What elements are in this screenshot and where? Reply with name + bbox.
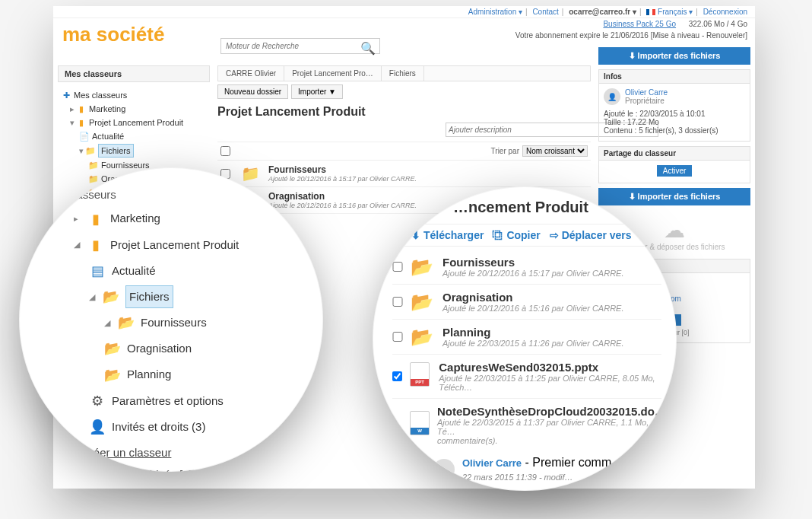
- infos-header: Infos: [598, 69, 750, 84]
- logo: ma société: [62, 23, 164, 46]
- search: 🔍: [220, 38, 380, 54]
- plus-icon: +: [40, 468, 53, 472]
- row-checkbox[interactable]: [392, 332, 403, 342]
- zoom-filelist: …ncement Produit ⬇Télécharger ⿻Copier ⇨D…: [373, 186, 677, 491]
- admin-link[interactable]: Administration ▾: [468, 8, 522, 16]
- share-header: Partage du classeur: [598, 146, 750, 161]
- owner-role: Propriétaire: [625, 97, 665, 105]
- sort-label: Trier par: [491, 147, 519, 155]
- move-action[interactable]: ⇨Déplacer vers: [550, 229, 632, 241]
- avatar: 👤: [604, 88, 620, 105]
- crumb-0[interactable]: CARRE Olivier: [218, 66, 284, 81]
- z-marketing[interactable]: ▸▮Marketing: [74, 206, 300, 232]
- copy-icon: ⿻: [493, 229, 503, 241]
- doc-icon: W: [410, 411, 430, 440]
- topbar: Administration ▾| Contact| ocarre@carreo…: [53, 6, 755, 18]
- z-planning[interactable]: 📂Planning: [74, 362, 300, 388]
- folder-icon: 📂: [411, 256, 435, 278]
- tree-item-actualite[interactable]: 📄Actualité: [61, 129, 207, 143]
- download-action[interactable]: ⬇Télécharger: [411, 229, 484, 241]
- search-icon[interactable]: 🔍: [360, 41, 376, 56]
- download-icon: ⬇: [629, 51, 636, 60]
- flag-icon: [646, 9, 655, 15]
- page-title: Projet Lancement Produit: [217, 105, 591, 119]
- search-input[interactable]: [220, 38, 380, 54]
- z-projet[interactable]: ◢▮Projet Lancement Produit: [74, 232, 300, 258]
- crumb-2[interactable]: Fichiers: [382, 66, 424, 81]
- import-files-button-2[interactable]: ⬇ Importer des fichiers: [598, 188, 750, 205]
- folder-icon: 📂: [411, 291, 435, 313]
- z2-file-row[interactable]: 📂 PlanningAjouté le 22/03/2015 à 11:26 p…: [392, 320, 661, 355]
- tree-item-projet[interactable]: ▾▮Projet Lancement Produit: [61, 116, 207, 129]
- copy-action[interactable]: ⿻Copier: [493, 229, 540, 241]
- tree-item-marketing[interactable]: ▸▮Marketing: [61, 102, 207, 116]
- folder-icon: 📁: [241, 164, 262, 183]
- z-oragnisation[interactable]: 📂Oragnisation: [74, 336, 300, 361]
- crumb-1[interactable]: Projet Lancement Pro…: [284, 66, 382, 81]
- z2-actions: ⬇Télécharger ⿻Copier ⇨Déplacer vers: [392, 224, 661, 247]
- select-all-checkbox[interactable]: [220, 146, 230, 156]
- ppt-icon: PPT: [410, 362, 431, 391]
- new-folder-button[interactable]: Nouveau dossier: [217, 84, 288, 99]
- row-checkbox[interactable]: [392, 371, 402, 381]
- z-invites[interactable]: 👤Invités et droits (3): [74, 414, 300, 440]
- breadcrumb: CARRE Olivier Projet Lancement Pro… Fich…: [217, 65, 591, 81]
- z-parametres[interactable]: ⚙Paramètres et options: [74, 388, 300, 414]
- row-checkbox[interactable]: [392, 262, 403, 272]
- import-files-button[interactable]: ⬇ Importer des fichiers: [598, 47, 750, 65]
- folder-icon: 📂: [411, 326, 435, 348]
- list-header: Trier par Nom croissant: [217, 142, 591, 161]
- sidebar-title: Mes classeurs: [58, 65, 210, 82]
- plan-link[interactable]: Business Pack 25 Go: [603, 20, 676, 28]
- row-checkbox[interactable]: [392, 297, 403, 307]
- z-fichiers[interactable]: ◢📂Fichiers: [74, 284, 300, 310]
- info-added: Ajouté le : 22/03/2015 à 10:01: [604, 110, 745, 118]
- logout-link[interactable]: Déconnexion: [703, 8, 747, 16]
- import-button[interactable]: Importer ▼: [291, 84, 343, 99]
- owner-link[interactable]: Olivier Carre: [625, 88, 668, 97]
- tree-root[interactable]: ✚Mes classeurs: [61, 88, 207, 102]
- z2-file-row[interactable]: PPT CapturesWeSend032015.pptxAjouté le 2…: [392, 355, 661, 399]
- lang-link[interactable]: Français ▾: [658, 8, 693, 16]
- download-icon: ⬇: [629, 192, 636, 201]
- z-fournisseurs[interactable]: ◢📂Fournisseurs: [74, 310, 300, 336]
- info-size: Taille : 17.22 Mo: [604, 118, 745, 126]
- comment-author[interactable]: Olivier Carre: [462, 457, 522, 469]
- comment-date: 22 mars 2015 11:39 - modif…: [462, 473, 573, 482]
- tree-item-fichiers[interactable]: ▾📁Fichiers: [61, 143, 207, 158]
- usage-text: 322.06 Mo / 4 Go: [689, 20, 747, 28]
- sort-select[interactable]: Nom croissant: [522, 145, 588, 157]
- z-actualite[interactable]: ▤Actualité: [74, 258, 300, 284]
- user-email[interactable]: ocarre@carreo.fr ▾: [569, 8, 636, 16]
- activate-button[interactable]: Activer: [657, 165, 693, 177]
- info-content: Contenu : 5 fichier(s), 3 dossier(s): [604, 126, 745, 135]
- z2-file-row[interactable]: W NoteDeSynthèseDropCloud20032015.do…Ajo…: [392, 399, 661, 451]
- contact-link[interactable]: Contact: [532, 8, 558, 16]
- zoom-sidebar: Mes classeurs ▸▮Marketing ◢▮Projet Lance…: [19, 167, 323, 472]
- file-row[interactable]: 📁 FournisseursAjouté le 20/12/2016 à 15:…: [217, 161, 591, 187]
- z2-file-row[interactable]: 📂 FournisseursAjouté le 20/12/2016 à 15:…: [392, 250, 661, 285]
- z2-file-row[interactable]: 📂 OragnisationAjouté le 20/12/2016 à 15:…: [392, 285, 661, 320]
- move-icon: ⇨: [550, 229, 559, 241]
